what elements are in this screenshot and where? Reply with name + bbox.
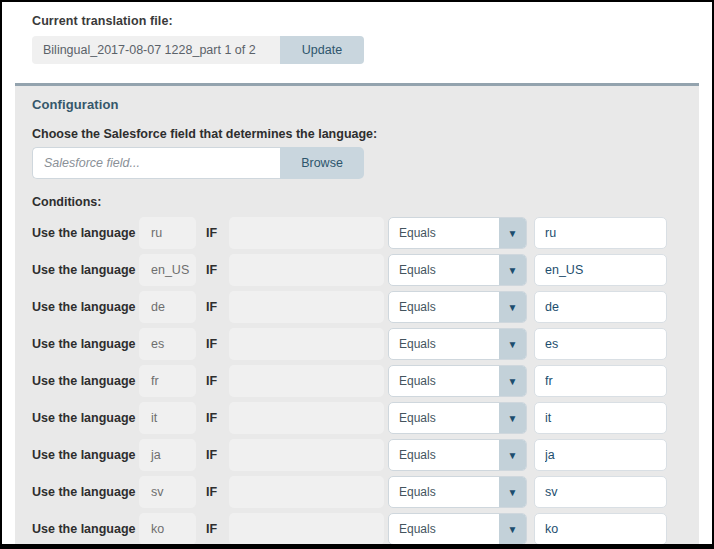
- language-code-box: es: [139, 328, 196, 360]
- operator-selected-value: Equals: [389, 263, 499, 277]
- chevron-down-icon[interactable]: ▼: [499, 255, 526, 285]
- condition-row: Use the language es IF Equals ▼: [32, 328, 683, 360]
- condition-if-label: IF: [206, 485, 229, 499]
- chevron-down-icon[interactable]: ▼: [499, 403, 526, 433]
- language-code-box: de: [139, 291, 196, 323]
- compare-value-input[interactable]: [534, 254, 667, 286]
- condition-if-label: IF: [206, 300, 229, 314]
- salesforce-field-row: Browse: [32, 147, 364, 179]
- conditions-list: Use the language ru IF Equals ▼ Use the …: [32, 217, 683, 544]
- language-code-box: fr: [139, 365, 196, 397]
- language-code-box: en_US: [139, 254, 196, 286]
- compare-value-input[interactable]: [534, 291, 667, 323]
- condition-field-input[interactable]: [229, 365, 384, 397]
- condition-field-input[interactable]: [229, 254, 384, 286]
- condition-if-label: IF: [206, 337, 229, 351]
- chevron-down-icon[interactable]: ▼: [499, 440, 526, 470]
- condition-field-input[interactable]: [229, 513, 384, 544]
- operator-selected-value: Equals: [389, 411, 499, 425]
- operator-select[interactable]: Equals ▼: [388, 328, 527, 360]
- language-code-box: ru: [139, 217, 196, 249]
- condition-row: Use the language en_US IF Equals ▼: [32, 254, 683, 286]
- chevron-down-icon[interactable]: ▼: [499, 218, 526, 248]
- condition-field-input[interactable]: [229, 328, 384, 360]
- operator-selected-value: Equals: [389, 522, 499, 536]
- condition-field-input[interactable]: [229, 402, 384, 434]
- conditions-label: Conditions:: [32, 195, 683, 209]
- operator-selected-value: Equals: [389, 300, 499, 314]
- condition-row-prefix: Use the language: [32, 263, 139, 277]
- condition-field-input[interactable]: [229, 476, 384, 508]
- configuration-section: Configuration Choose the Salesforce fiel…: [15, 83, 699, 544]
- condition-row-prefix: Use the language: [32, 485, 139, 499]
- condition-if-label: IF: [206, 226, 229, 240]
- operator-select[interactable]: Equals ▼: [388, 365, 527, 397]
- configuration-title: Configuration: [32, 97, 683, 112]
- compare-value-input[interactable]: [534, 328, 667, 360]
- condition-if-label: IF: [206, 522, 229, 536]
- language-code-box: sv: [139, 476, 196, 508]
- language-code-box: ko: [139, 513, 196, 544]
- operator-select[interactable]: Equals ▼: [388, 291, 527, 323]
- current-file-section: Current translation file: Bilingual_2017…: [2, 2, 712, 64]
- condition-row: Use the language sv IF Equals ▼: [32, 476, 683, 508]
- condition-row-prefix: Use the language: [32, 448, 139, 462]
- condition-row: Use the language ko IF Equals ▼: [32, 513, 683, 544]
- condition-field-input[interactable]: [229, 217, 384, 249]
- chevron-down-icon[interactable]: ▼: [499, 329, 526, 359]
- condition-row: Use the language ru IF Equals ▼: [32, 217, 683, 249]
- chevron-down-icon[interactable]: ▼: [499, 292, 526, 322]
- current-file-row: Bilingual_2017-08-07 1228_part 1 of 2 Up…: [32, 36, 364, 64]
- condition-row-prefix: Use the language: [32, 411, 139, 425]
- operator-select[interactable]: Equals ▼: [388, 254, 527, 286]
- condition-row-prefix: Use the language: [32, 300, 139, 314]
- condition-row: Use the language fr IF Equals ▼: [32, 365, 683, 397]
- browse-button[interactable]: Browse: [280, 147, 364, 179]
- operator-select[interactable]: Equals ▼: [388, 476, 527, 508]
- compare-value-input[interactable]: [534, 476, 667, 508]
- compare-value-input[interactable]: [534, 217, 667, 249]
- translation-config-panel: Current translation file: Bilingual_2017…: [0, 0, 714, 549]
- chevron-down-icon[interactable]: ▼: [499, 477, 526, 507]
- condition-if-label: IF: [206, 448, 229, 462]
- operator-select[interactable]: Equals ▼: [388, 513, 527, 544]
- current-file-label: Current translation file:: [32, 14, 699, 28]
- condition-if-label: IF: [206, 374, 229, 388]
- salesforce-field-input[interactable]: [32, 147, 280, 179]
- operator-selected-value: Equals: [389, 374, 499, 388]
- language-code-box: it: [139, 402, 196, 434]
- condition-row: Use the language de IF Equals ▼: [32, 291, 683, 323]
- current-file-value: Bilingual_2017-08-07 1228_part 1 of 2: [32, 36, 280, 64]
- condition-row: Use the language it IF Equals ▼: [32, 402, 683, 434]
- condition-row: Use the language ja IF Equals ▼: [32, 439, 683, 471]
- chevron-down-icon[interactable]: ▼: [499, 366, 526, 396]
- condition-row-prefix: Use the language: [32, 337, 139, 351]
- compare-value-input[interactable]: [534, 439, 667, 471]
- operator-selected-value: Equals: [389, 485, 499, 499]
- condition-row-prefix: Use the language: [32, 374, 139, 388]
- operator-select[interactable]: Equals ▼: [388, 217, 527, 249]
- condition-field-input[interactable]: [229, 439, 384, 471]
- operator-selected-value: Equals: [389, 226, 499, 240]
- operator-select[interactable]: Equals ▼: [388, 439, 527, 471]
- operator-selected-value: Equals: [389, 337, 499, 351]
- chevron-down-icon[interactable]: ▼: [499, 514, 526, 544]
- compare-value-input[interactable]: [534, 365, 667, 397]
- compare-value-input[interactable]: [534, 402, 667, 434]
- compare-value-input[interactable]: [534, 513, 667, 544]
- condition-field-input[interactable]: [229, 291, 384, 323]
- condition-row-prefix: Use the language: [32, 226, 139, 240]
- operator-select[interactable]: Equals ▼: [388, 402, 527, 434]
- salesforce-field-label: Choose the Salesforce field that determi…: [32, 127, 683, 141]
- language-code-box: ja: [139, 439, 196, 471]
- condition-row-prefix: Use the language: [32, 522, 139, 536]
- condition-if-label: IF: [206, 411, 229, 425]
- operator-selected-value: Equals: [389, 448, 499, 462]
- condition-if-label: IF: [206, 263, 229, 277]
- update-button[interactable]: Update: [280, 36, 364, 64]
